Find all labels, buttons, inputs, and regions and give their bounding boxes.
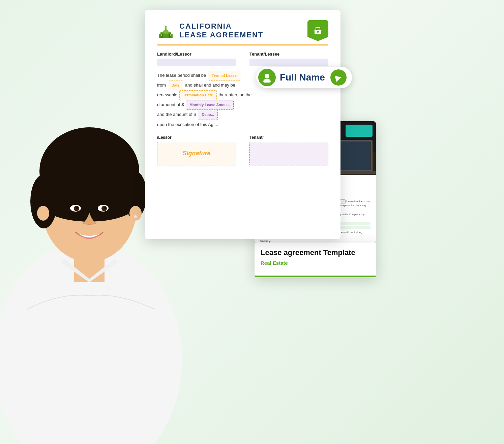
svg-point-18 xyxy=(263,79,271,83)
card-title: Lease agreement Template xyxy=(261,248,370,257)
fullname-label: Full Name xyxy=(280,72,325,83)
title-california: CALIFORNIA xyxy=(179,22,263,31)
svg-rect-9 xyxy=(161,34,162,36)
landlord-input-box[interactable] xyxy=(157,59,236,66)
svg-rect-8 xyxy=(169,34,170,37)
body-text-deposit: and the amount of $ xyxy=(157,112,196,117)
doc-security-badge xyxy=(307,20,328,41)
body-text-amount: d amount of $ xyxy=(157,102,184,107)
landlord-sig-group: /Lessor Signature xyxy=(157,135,236,165)
card-category: Real Estate xyxy=(261,260,370,266)
body-text-from: from xyxy=(157,83,166,88)
logo-area: CALIFORNIA LEASE AGREEMENT xyxy=(157,21,263,40)
tenant-field: Tenant/Lessee xyxy=(249,52,328,66)
avatar-icon xyxy=(258,69,276,86)
fields-row: Landlord/Lessor Tenant/Lessee xyxy=(157,52,328,66)
svg-rect-15 xyxy=(318,32,318,33)
template-card: Lease agreement Template Real Estate xyxy=(255,243,376,277)
signature-section: /Lessor Signature Tenant/ xyxy=(157,135,328,165)
body-text-execution: upon the execution of this Agr... xyxy=(157,122,218,127)
svg-rect-12 xyxy=(316,28,320,30)
svg-rect-4 xyxy=(165,26,167,32)
doc-divider xyxy=(157,44,328,45)
deposit-field[interactable]: Depo... xyxy=(198,110,218,120)
cursor-button[interactable]: ▶ xyxy=(330,69,347,86)
title-lease-agreement: LEASE AGREEMENT xyxy=(179,31,263,39)
svg-point-17 xyxy=(265,74,269,78)
card-bar xyxy=(255,276,376,277)
tenant-label: Tenant/Lessee xyxy=(249,52,328,57)
body-text-end: and shall end and may be xyxy=(185,83,235,88)
scene: CALIFORNIA LEASE AGREEMENT Landlo xyxy=(0,0,504,444)
landlord-field: Landlord/Lessor xyxy=(157,52,236,66)
fullname-tooltip: Full Name ▶ xyxy=(256,67,352,88)
landlord-sig-box[interactable]: Signature xyxy=(157,142,236,165)
doc-header: CALIFORNIA LEASE AGREEMENT xyxy=(157,20,328,41)
svg-rect-7 xyxy=(162,34,163,37)
title-block: CALIFORNIA LEASE AGREEMENT xyxy=(179,22,263,39)
svg-rect-34 xyxy=(346,125,373,137)
date-field[interactable]: Date xyxy=(168,81,183,90)
body-text-thereafter: thereafter, on the xyxy=(218,92,251,97)
signature-label: Signature xyxy=(182,150,210,157)
svg-point-49 xyxy=(129,206,142,221)
tenant-sig-label: Tenant/ xyxy=(249,135,328,140)
monthly-lease-field[interactable]: Monthly Lease Amou... xyxy=(186,100,233,110)
landlord-sig-label: /Lessor xyxy=(157,135,236,140)
lease-document: CALIFORNIA LEASE AGREEMENT Landlo xyxy=(145,10,340,239)
landlord-label: Landlord/Lessor xyxy=(157,52,236,57)
termination-date-field[interactable]: Termination Date xyxy=(179,90,217,100)
cursor-arrow-icon: ▶ xyxy=(334,72,343,83)
body-text-1: The lease period shall be xyxy=(157,73,206,78)
tenant-input-box[interactable] xyxy=(249,59,328,66)
svg-point-50 xyxy=(134,215,137,218)
svg-rect-10 xyxy=(170,34,171,36)
building-icon xyxy=(157,21,175,40)
loi-closing: Sincerely, xyxy=(260,239,370,243)
svg-point-47 xyxy=(104,207,106,209)
tenant-sig-box[interactable] xyxy=(249,142,328,165)
svg-point-48 xyxy=(37,206,49,221)
body-text-renewable: renewable xyxy=(157,92,177,97)
tenant-sig-group: Tenant/ xyxy=(249,135,328,165)
svg-rect-16 xyxy=(314,30,322,31)
term-of-lease-field[interactable]: Term of Lease xyxy=(208,71,240,81)
svg-point-46 xyxy=(76,207,78,209)
